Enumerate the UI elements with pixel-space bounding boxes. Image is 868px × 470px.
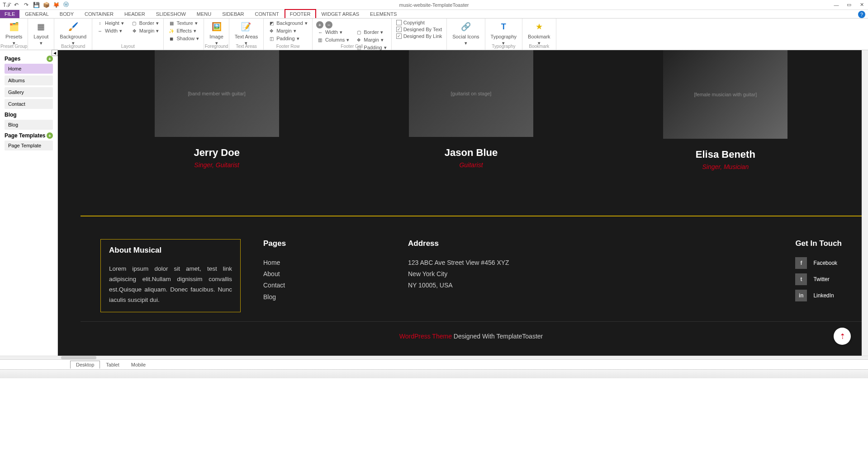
footer-link-blog[interactable]: Blog <box>263 293 276 301</box>
sidebar-item-home[interactable]: Home <box>5 64 53 74</box>
layout-icon: ▦ <box>35 20 47 33</box>
social-twitter[interactable]: tTwitter <box>795 273 842 285</box>
add-page-button[interactable]: + <box>47 56 53 62</box>
sidebar-item-blog[interactable]: Blog <box>5 120 53 130</box>
vertical-scrollbar[interactable] <box>862 50 868 356</box>
tab-elements[interactable]: ELEMENTS <box>365 10 402 18</box>
row-margin-dropdown[interactable]: ✥Margin ▾ <box>266 27 309 34</box>
wordpress-icon[interactable]: ⓦ <box>62 1 70 9</box>
row-background-dropdown[interactable]: ◩Background ▾ <box>266 19 309 27</box>
tab-sidebar[interactable]: SIDEBAR <box>217 10 249 18</box>
checkbox-icon: ✓ <box>396 27 402 32</box>
checkbox-icon <box>396 20 402 25</box>
tab-general[interactable]: GENERAL <box>19 10 54 18</box>
group-label: Background <box>54 44 92 49</box>
tab-header[interactable]: HEADER <box>119 10 151 18</box>
remove-cell-button[interactable]: − <box>325 21 332 28</box>
sidebar-item-contact[interactable]: Contact <box>5 99 53 109</box>
undo-icon[interactable]: ↶ <box>13 1 20 9</box>
artist-image: [female musician with guitar] <box>663 50 787 139</box>
footer-about-text: Lorem ipsum dolor sit amet, test link ad… <box>109 264 232 306</box>
footer-about-title: About Musical <box>109 246 232 255</box>
help-icon[interactable]: ? <box>858 11 865 18</box>
textareas-label: Text Areas <box>235 34 258 39</box>
social-linkedin[interactable]: inLinkedIn <box>795 290 842 301</box>
collapse-sidebar-icon[interactable]: ◀ <box>52 50 58 56</box>
scroll-to-top-button[interactable]: ⇡ <box>834 328 851 345</box>
height-dropdown[interactable]: ↕Height ▾ <box>95 19 126 27</box>
footer-link-contact[interactable]: Contact <box>263 282 285 289</box>
copyright-checkbox[interactable]: Copyright <box>394 19 444 26</box>
margin-icon: ✥ <box>356 37 362 43</box>
padding-icon: ◫ <box>268 35 275 42</box>
facebook-icon: f <box>795 257 807 269</box>
tab-widget-areas[interactable]: WIDGET AREAS <box>316 10 365 18</box>
sidebar: ◀ Pages+ Home Albums Gallery Contact Blo… <box>0 50 58 356</box>
margin-icon: ✥ <box>268 28 275 34</box>
group-label: Footer Row <box>264 44 312 49</box>
main-tabs: FILE GENERAL BODY CONTAINER HEADER SLIDE… <box>0 10 868 19</box>
tab-content[interactable]: CONTENT <box>250 10 285 18</box>
footer-link-about[interactable]: About <box>263 270 280 277</box>
tab-container[interactable]: CONTAINER <box>79 10 119 18</box>
margin-dropdown[interactable]: ✥Margin ▾ <box>129 27 161 34</box>
footer-credit-theme[interactable]: WordPress Theme <box>399 333 452 340</box>
horizontal-scrollbar[interactable] <box>0 356 868 359</box>
group-label: Footer Cell <box>313 44 391 49</box>
effects-dropdown[interactable]: ✨Effects ▾ <box>166 27 201 34</box>
footer-pages: Pages Home About Contact Blog <box>263 239 390 312</box>
view-tab-desktop[interactable]: Desktop <box>70 361 100 369</box>
sidebar-item-albums[interactable]: Albums <box>5 75 53 85</box>
footer-about-box[interactable]: About Musical Lorem ipsum dolor sit amet… <box>100 239 241 312</box>
text-tool-icon[interactable]: T𝒯 <box>3 1 10 9</box>
row-padding-dropdown[interactable]: ◫Padding ▾ <box>266 35 309 42</box>
footer-link-home[interactable]: Home <box>263 259 280 266</box>
social-icons-button[interactable]: 🔗 Social Icons▾ <box>450 19 482 52</box>
footer-touch-title: Get In Touch <box>795 239 842 248</box>
artist-role: Guitarist <box>409 161 533 169</box>
layout-button[interactable]: ▦ Layout▾ <box>31 19 51 52</box>
cell-border-dropdown[interactable]: ▢Border ▾ <box>354 28 388 36</box>
presets-label: Presets <box>5 34 22 39</box>
tab-menu[interactable]: MENU <box>191 10 217 18</box>
tab-slideshow[interactable]: SLIDESHOW <box>151 10 191 18</box>
designed-text-checkbox[interactable]: ✓Designed By Text <box>394 26 444 33</box>
redo-icon[interactable]: ↷ <box>23 1 30 9</box>
maximize-button[interactable]: ▭ <box>843 0 855 9</box>
cell-columns-dropdown[interactable]: ▥Columns ▾ <box>315 36 351 43</box>
designed-link-checkbox[interactable]: ✓Designed By Link <box>394 33 444 39</box>
package-icon[interactable]: 📦 <box>43 1 50 9</box>
firefox-icon[interactable]: 🦊 <box>52 1 60 9</box>
footer-address-line: NY 10005, USA <box>408 280 535 291</box>
view-tab-mobile[interactable]: Mobile <box>125 361 152 369</box>
view-tab-tablet[interactable]: Tablet <box>100 361 125 369</box>
tab-footer[interactable]: FOOTER <box>285 9 316 18</box>
group-label: Text Areas <box>229 44 263 49</box>
presets-icon: 🗂️ <box>8 20 20 33</box>
artist-card: [female musician with guitar] Elisa Bene… <box>663 50 787 170</box>
tab-body[interactable]: BODY <box>54 10 79 18</box>
cell-width-dropdown[interactable]: ↔Width ▾ <box>315 28 351 36</box>
close-button[interactable]: ✕ <box>855 0 868 9</box>
sidebar-item-template[interactable]: Page Template <box>5 141 53 150</box>
effects-icon: ✨ <box>168 28 175 34</box>
save-icon[interactable]: 💾 <box>33 1 40 9</box>
border-icon: ▢ <box>131 20 138 26</box>
shadow-dropdown[interactable]: ◼Shadow ▾ <box>166 35 201 42</box>
add-cell-button[interactable]: + <box>316 21 323 28</box>
social-facebook[interactable]: fFacebook <box>795 257 842 269</box>
texture-dropdown[interactable]: ▦Texture ▾ <box>166 19 201 27</box>
scrollbar-thumb[interactable] <box>61 356 96 359</box>
footer-credit-text: Designed With TemplateToaster <box>452 333 543 340</box>
border-dropdown[interactable]: ▢Border ▾ <box>129 19 161 27</box>
canvas[interactable]: [band member with guitar] Jerry Doe Sing… <box>58 50 868 356</box>
cell-margin-dropdown[interactable]: ✥Margin ▾ <box>354 36 388 43</box>
artist-name: Jason Blue <box>409 147 533 159</box>
tab-file[interactable]: FILE <box>0 10 19 18</box>
add-template-button[interactable]: + <box>47 132 53 139</box>
sidebar-item-gallery[interactable]: Gallery <box>5 87 53 97</box>
minimize-button[interactable]: — <box>830 0 843 9</box>
width-dropdown[interactable]: ↔Width ▾ <box>95 27 126 34</box>
social-label: Social Icons <box>452 34 479 39</box>
footer-address: Address 123 ABC Ave Street View #456 XYZ… <box>408 239 535 312</box>
